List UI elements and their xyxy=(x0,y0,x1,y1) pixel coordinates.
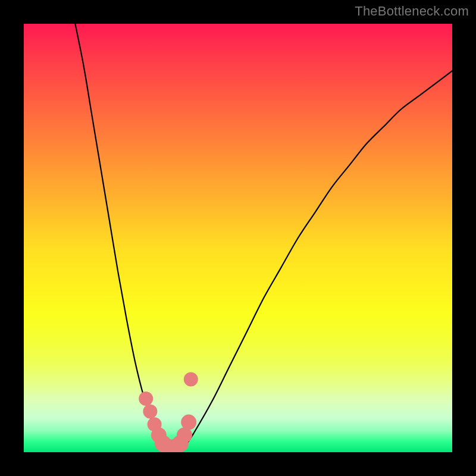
watermark-text: TheBottleneck.com xyxy=(355,4,469,19)
highlighted-point xyxy=(184,372,198,387)
highlighted-point xyxy=(143,405,157,419)
plot-area xyxy=(24,24,452,452)
bottleneck-curve xyxy=(75,24,452,449)
highlighted-point xyxy=(181,415,196,430)
highlighted-points-group xyxy=(139,372,198,452)
chart-svg xyxy=(24,24,452,452)
chart-frame: TheBottleneck.com xyxy=(0,0,476,476)
highlighted-point xyxy=(139,392,153,406)
